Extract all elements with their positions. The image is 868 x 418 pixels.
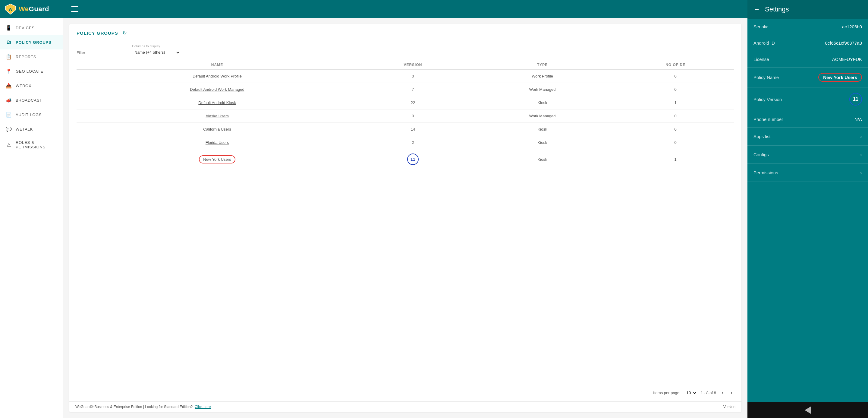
cell-type: Work Profile — [468, 70, 617, 83]
settings-nav-label: Apps list — [753, 134, 771, 139]
cell-name[interactable]: Default Android Work Managed — [76, 83, 358, 96]
logo-icon: W — [5, 3, 16, 15]
settings-row-value: ACME-UYFUK — [832, 57, 862, 62]
cell-type: Kiosk — [468, 123, 617, 136]
pagination-prev[interactable]: ‹ — [720, 389, 725, 396]
table-row: Default Android Work Profile0Work Profil… — [76, 70, 734, 83]
cell-type: Kiosk — [468, 136, 617, 149]
filter-group — [76, 50, 125, 56]
settings-nav-label: Configs — [753, 152, 769, 157]
cell-type: Kiosk — [468, 96, 617, 110]
settings-header: ← Settings — [747, 0, 868, 19]
nav-icon-broadcast: 📣 — [5, 97, 12, 103]
table-row: Alaska Users0Work Managed0 — [76, 110, 734, 123]
footer-link[interactable]: Click here — [195, 405, 211, 409]
cell-name[interactable]: Default Android Work Profile — [76, 70, 358, 83]
sidebar-nav: 📱 DEVICES 🗂 POLICY GROUPS 📋 REPORTS 📍 GE… — [0, 18, 63, 418]
items-per-page-select[interactable]: 5102550 — [684, 390, 697, 396]
nav-icon-audit-logs: 📄 — [5, 111, 12, 118]
nav-label-geo-locate: GEO LOCATE — [16, 69, 43, 73]
cell-version: 7 — [358, 83, 468, 96]
settings-row-label: Policy Version — [753, 97, 782, 102]
settings-nav-configs[interactable]: Configs › — [747, 146, 868, 164]
name-link[interactable]: Default Android Work Managed — [190, 87, 244, 92]
hamburger-menu[interactable] — [69, 4, 80, 13]
sidebar-item-geo-locate[interactable]: 📍 GEO LOCATE — [0, 64, 63, 79]
settings-row-label: Policy Name — [753, 75, 779, 80]
cell-type: Kiosk — [468, 149, 617, 170]
sidebar-item-audit-logs[interactable]: 📄 AUDIT LOGS — [0, 107, 63, 122]
settings-row-value: 11 — [849, 93, 862, 106]
chevron-right-icon: › — [860, 151, 862, 158]
settings-nav-permissions[interactable]: Permissions › — [747, 164, 868, 182]
sidebar-item-devices[interactable]: 📱 DEVICES — [0, 21, 63, 35]
name-link[interactable]: Florida Users — [206, 140, 229, 145]
settings-title: Settings — [765, 5, 789, 13]
cell-no-of-de: 1 — [617, 96, 734, 110]
settings-row-value: 8cf65c1cf96377a3 — [825, 40, 862, 46]
cell-version: 22 — [358, 96, 468, 110]
sidebar-item-webox[interactable]: 📥 WEBOX — [0, 79, 63, 93]
name-link[interactable]: California Users — [203, 127, 231, 131]
cell-version: 0 — [358, 110, 468, 123]
cell-no-of-de: 1 — [617, 149, 734, 170]
cell-name[interactable]: Default Android Kiosk — [76, 96, 358, 110]
nav-icon-devices: 📱 — [5, 24, 12, 31]
name-link[interactable]: Default Android Kiosk — [198, 100, 236, 105]
table-row: Default Android Work Managed7Work Manage… — [76, 83, 734, 96]
sidebar-item-broadcast[interactable]: 📣 BROADCAST — [0, 93, 63, 107]
cell-name[interactable]: Alaska Users — [76, 110, 358, 123]
settings-row-label: License — [753, 57, 769, 62]
highlighted-name[interactable]: New York Users — [199, 155, 235, 163]
table-header: NAMEVERSIONTYPENO OF DE — [76, 59, 734, 70]
settings-nav-apps-list[interactable]: Apps list › — [747, 127, 868, 146]
settings-row-label: Serial# — [753, 24, 768, 29]
topbar — [63, 0, 747, 18]
col-type: TYPE — [468, 59, 617, 70]
nav-icon-wetalk: 💬 — [5, 126, 12, 132]
settings-row-serial-: Serial#ac1206b0 — [747, 19, 868, 35]
back-button[interactable]: ← — [753, 5, 760, 13]
cell-version: 11 — [358, 149, 468, 170]
cell-name[interactable]: New York Users — [76, 149, 358, 170]
footer-version-label: Version — [723, 405, 735, 409]
sidebar-item-reports[interactable]: 📋 REPORTS — [0, 50, 63, 64]
chevron-right-icon: › — [860, 133, 862, 140]
cell-name[interactable]: California Users — [76, 123, 358, 136]
nav-icon-geo-locate: 📍 — [5, 68, 12, 74]
cell-type: Work Managed — [468, 110, 617, 123]
columns-select[interactable]: Name (+4 others)Name (+3 others)All colu… — [132, 49, 180, 56]
cell-name[interactable]: Florida Users — [76, 136, 358, 149]
table-row: New York Users11Kiosk1 — [76, 149, 734, 170]
settings-row-value: N/A — [855, 117, 862, 122]
pagination-next[interactable]: › — [729, 389, 734, 396]
name-link[interactable]: Default Android Work Profile — [193, 74, 242, 79]
nav-label-broadcast: BROADCAST — [16, 98, 42, 102]
nav-label-devices: DEVICES — [16, 26, 35, 30]
pagination-row: Items per page: 5102550 1 - 8 of 8 ‹ › — [69, 385, 741, 401]
table-row: California Users14Kiosk0 — [76, 123, 734, 136]
name-link[interactable]: Alaska Users — [206, 114, 229, 118]
nav-label-audit-logs: AUDIT LOGS — [16, 113, 42, 117]
cell-no-of-de: 0 — [617, 83, 734, 96]
settings-row-value: New York Users — [818, 73, 862, 82]
nav-icon-policy-groups: 🗂 — [5, 39, 12, 46]
sidebar-item-roles-permissions[interactable]: ⚠ ROLES & PERMISSIONS — [0, 136, 63, 153]
filter-input[interactable] — [76, 50, 125, 56]
items-per-page-label: Items per page: — [653, 391, 680, 395]
settings-row-policy-version: Policy Version11 — [747, 87, 868, 111]
policy-groups-table-container: NAMEVERSIONTYPENO OF DE Default Android … — [69, 59, 741, 385]
settings-row-license: LicenseACME-UYFUK — [747, 51, 868, 67]
sidebar-item-policy-groups[interactable]: 🗂 POLICY GROUPS — [0, 35, 63, 50]
card-title: POLICY GROUPS — [76, 30, 118, 36]
sidebar-item-wetalk[interactable]: 💬 WETALK — [0, 122, 63, 136]
refresh-button[interactable]: ↻ — [122, 30, 127, 36]
settings-rows: Serial#ac1206b0Android ID8cf65c1cf96377a… — [747, 19, 868, 182]
settings-row-policy-name: Policy NameNew York Users — [747, 67, 868, 87]
settings-row-android-id: Android ID8cf65c1cf96377a3 — [747, 35, 868, 51]
back-triangle-icon — [805, 407, 811, 414]
settings-nav-label: Permissions — [753, 170, 778, 175]
table-header-row: NAMEVERSIONTYPENO OF DE — [76, 59, 734, 70]
cell-version: 2 — [358, 136, 468, 149]
nav-icon-webox: 📥 — [5, 82, 12, 89]
